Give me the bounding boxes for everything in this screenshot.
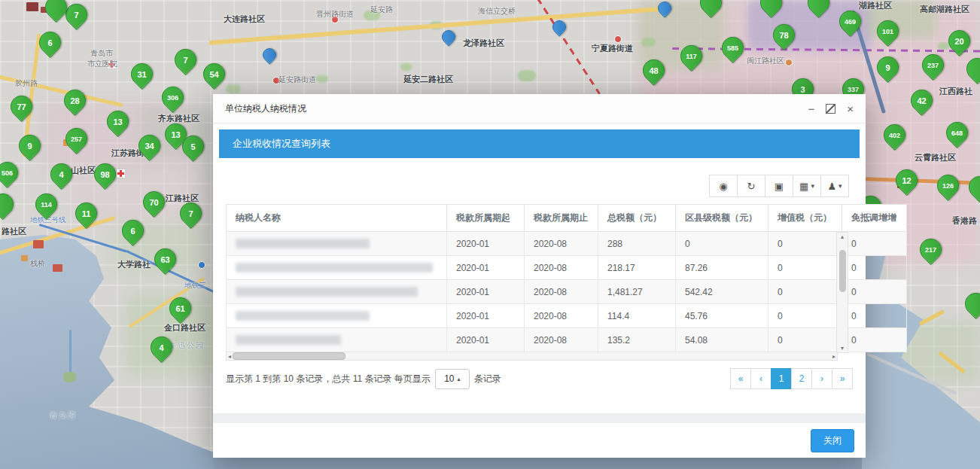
redacted-name	[236, 239, 370, 248]
vertical-scrollbar[interactable]: ▴ ▾	[836, 232, 848, 353]
pin-count-label: 13	[108, 111, 128, 132]
page-button[interactable]: ‹	[750, 368, 772, 389]
scroll-down-icon[interactable]: ▾	[841, 344, 844, 352]
pin-count-label: 12	[896, 170, 917, 190]
pin-count-label: 114	[36, 194, 56, 215]
map-region-tint	[316, 75, 328, 83]
pin-count-label: 98	[95, 164, 115, 184]
vertical-scrollbar-thumb[interactable]	[839, 250, 846, 292]
page-button[interactable]: ›	[811, 368, 832, 389]
pin-count-label: 648	[947, 123, 967, 143]
vat-cell: 0	[768, 256, 842, 280]
vat-cell: 0	[768, 280, 842, 304]
table-row[interactable]: 2020-012020-08288000	[227, 232, 907, 256]
exempt-adjust-cell: 0	[842, 256, 907, 280]
pagination-toggle-icon: ◉	[719, 181, 727, 192]
map-road	[209, 7, 660, 45]
horizontal-scrollbar-thumb[interactable]	[233, 352, 345, 360]
map-pin-cluster[interactable]: 54	[199, 59, 230, 90]
table-row[interactable]: 2020-012020-08114.445.7600	[227, 304, 907, 328]
pin-count-label	[46, 0, 66, 17]
district-tax-cell: 45.76	[676, 304, 768, 328]
column-header[interactable]: 纳税人名称	[227, 205, 447, 232]
pagination-toggle-button[interactable]: ◉	[709, 175, 738, 197]
pin-count-label: 585	[723, 38, 743, 58]
map-pin-cluster[interactable]: 6	[35, 27, 65, 58]
redacted-name	[236, 287, 418, 297]
refresh-icon: ↻	[747, 181, 756, 192]
total-tax-cell: 114.4	[598, 304, 676, 328]
columns-icon: ▦	[799, 181, 808, 192]
map-label: 晋州路街道	[316, 9, 354, 20]
pagination-info-prefix: 显示第 1 到第 10 条记录，总共 11 条记录 每页显示	[226, 373, 431, 385]
period-end-cell: 2020-08	[525, 256, 598, 280]
map-pin-cluster[interactable]: 7	[170, 44, 201, 75]
poi-dot-icon	[614, 35, 622, 43]
map-label: 高邮湖路社区	[920, 4, 969, 15]
columns-button[interactable]: ▦▾	[793, 175, 821, 197]
period-start-cell: 2020-01	[447, 304, 525, 328]
map-region-tint	[226, 84, 241, 93]
period-start-cell: 2020-01	[447, 328, 525, 352]
map-label: 鲁迅公园	[169, 340, 205, 351]
map-pin-blue[interactable]	[260, 45, 278, 64]
page-button[interactable]: »	[832, 368, 853, 389]
refresh-button[interactable]: ↻	[737, 175, 765, 197]
pin-count-label: 42	[912, 90, 932, 111]
map-pin-cluster[interactable]	[0, 189, 18, 220]
page-button[interactable]: 1	[771, 368, 792, 389]
map-region-tint	[518, 70, 536, 81]
map-pin-cluster[interactable]: 506	[0, 157, 23, 188]
column-header[interactable]: 税款所属期止	[525, 205, 598, 232]
table-row[interactable]: 2020-012020-08218.1787.2600	[227, 256, 907, 280]
map-pin-cluster[interactable]: 9	[14, 130, 45, 161]
map-pin-cluster[interactable]	[960, 288, 980, 319]
pagination-info-suffix: 条记录	[474, 373, 501, 385]
fullscreen-button[interactable]: ▣	[765, 175, 793, 197]
map-label: 栈桥	[30, 258, 45, 269]
map-pin-cluster[interactable]: 31	[126, 59, 157, 90]
app-screen: 青岛市市立医院胶州路齐东路社区江苏路街道山社区江路社区路社区栈桥大学路社金口路社…	[0, 0, 980, 469]
column-header[interactable]: 总税额（元）	[598, 205, 676, 232]
page-size-value: 10	[444, 373, 454, 384]
column-header[interactable]: 区县级税额（元）	[676, 205, 768, 232]
column-header[interactable]: 增值税（元）	[768, 205, 842, 232]
building-icon	[26, 2, 38, 11]
scroll-up-icon[interactable]: ▴	[841, 233, 844, 241]
building-icon	[33, 240, 44, 248]
table-row[interactable]: 2020-012020-081,481.27542.4200	[227, 280, 907, 304]
panel-title: 企业税收情况查询列表	[233, 137, 330, 151]
scroll-left-icon[interactable]: ◂	[228, 352, 231, 361]
minimize-icon[interactable]: −	[808, 103, 814, 114]
pin-count-label	[969, 177, 980, 197]
page-button[interactable]: «	[730, 368, 751, 389]
column-header[interactable]: 免抵调增增	[842, 205, 907, 232]
horizontal-scrollbar[interactable]: ◂ ▸	[226, 352, 838, 361]
page-button[interactable]: 2	[791, 368, 812, 389]
hospital-icon	[116, 169, 126, 178]
map-label: 江西路社	[939, 86, 972, 97]
map-label: 大连路社区	[224, 14, 265, 25]
map-label: 延安路	[370, 5, 393, 15]
period-start-cell: 2020-01	[447, 256, 525, 280]
page-size-dropdown[interactable]: 10 ▴	[435, 369, 470, 389]
building-icon	[21, 255, 28, 261]
table-row[interactable]: 2020-012020-08135.254.0800	[227, 328, 907, 352]
pin-count-label: 11	[76, 203, 96, 224]
close-icon[interactable]: ×	[847, 103, 854, 114]
export-button[interactable]: ♟▾	[820, 175, 849, 197]
district-tax-cell: 0	[676, 232, 768, 256]
map-pin-blue[interactable]	[439, 27, 458, 46]
footer-divider	[213, 413, 866, 423]
district-tax-cell: 54.08	[676, 328, 768, 352]
map-label: 金口路社区	[164, 322, 205, 333]
map-label: 香港路	[952, 215, 977, 227]
map-label: 市立医院	[87, 59, 117, 69]
close-dialog-button[interactable]: 关闭	[811, 429, 854, 452]
pin-count-label: 28	[65, 90, 85, 111]
pin-count-label: 31	[132, 64, 152, 84]
pin-count-label: 48	[644, 60, 664, 81]
column-header[interactable]: 税款所属期起	[447, 205, 525, 232]
maximize-icon[interactable]	[826, 104, 835, 114]
scroll-right-icon[interactable]: ▸	[832, 352, 835, 361]
